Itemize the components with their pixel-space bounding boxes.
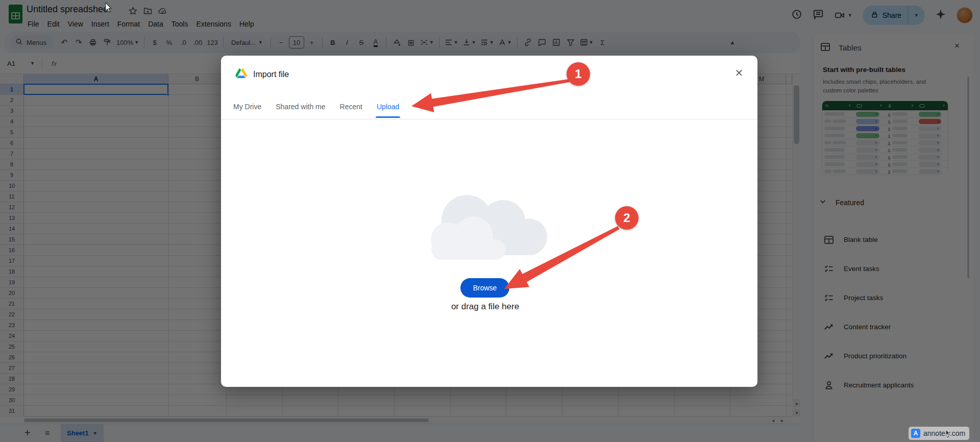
scroll-right-arrow[interactable]: ►: [778, 418, 786, 423]
horizontal-scrollbar-thumb[interactable]: [24, 419, 429, 422]
menu-data[interactable]: Data: [144, 19, 167, 29]
font-family-select[interactable]: Defaul...▼: [227, 35, 267, 50]
gemini-sparkle-icon[interactable]: [935, 9, 946, 22]
row-header-5[interactable]: 5: [0, 127, 24, 138]
comment-history-icon[interactable]: [813, 9, 824, 22]
sidebar-scrollbar[interactable]: [967, 77, 969, 278]
sidebar-item-recruitment-applicants[interactable]: Recruitment applicants: [813, 371, 973, 400]
row-header-27[interactable]: 27: [0, 363, 24, 374]
insert-link-button[interactable]: [521, 35, 534, 50]
version-history-icon[interactable]: [791, 9, 802, 22]
fill-color-button[interactable]: [390, 35, 403, 50]
horizontal-align-button[interactable]: ▼: [443, 35, 460, 50]
menu-view[interactable]: View: [64, 19, 87, 29]
row-header-14[interactable]: 14: [0, 224, 24, 234]
row-header-4[interactable]: 4: [0, 116, 24, 127]
horizontal-scrollbar[interactable]: ◄ ►: [24, 416, 792, 424]
row-header-21[interactable]: 21: [0, 299, 24, 309]
move-folder-icon[interactable]: [143, 7, 152, 17]
add-sheet-button[interactable]: +: [24, 427, 31, 439]
row-header-22[interactable]: 22: [0, 309, 24, 320]
row-header-10[interactable]: 10: [0, 181, 24, 191]
chevron-down-icon[interactable]: ▼: [848, 13, 852, 18]
row-header-24[interactable]: 24: [0, 331, 24, 341]
meet-camera-icon[interactable]: ▼: [834, 10, 852, 20]
featured-section-header[interactable]: Featured: [819, 198, 864, 207]
fill-handle[interactable]: [166, 93, 169, 96]
strikethrough-button[interactable]: S: [355, 35, 368, 50]
insert-chart-button[interactable]: [550, 35, 563, 50]
vertical-align-button[interactable]: ▼: [461, 35, 478, 50]
column-header-B[interactable]: B: [168, 74, 226, 84]
menu-edit[interactable]: Edit: [43, 19, 64, 29]
text-color-button[interactable]: A: [369, 35, 382, 50]
sidebar-item-content-tracker[interactable]: Content tracker: [813, 312, 973, 341]
text-rotation-button[interactable]: ▼: [497, 35, 513, 50]
row-header-9[interactable]: 9: [0, 170, 24, 181]
scroll-up-arrow[interactable]: ▲: [794, 400, 800, 407]
table-views-button[interactable]: ▼: [578, 35, 595, 50]
decrease-decimals-button[interactable]: .0: [177, 35, 190, 50]
merge-cells-button[interactable]: ▼: [419, 35, 435, 50]
sidebar-item-blank-table[interactable]: Blank table: [813, 225, 973, 254]
tab-shared-with-me[interactable]: Shared with me: [268, 97, 332, 118]
row-header-20[interactable]: 20: [0, 288, 24, 299]
menu-file[interactable]: File: [23, 19, 43, 29]
menu-tools[interactable]: Tools: [167, 19, 192, 29]
row-header-13[interactable]: 13: [0, 213, 24, 224]
close-icon[interactable]: ×: [954, 41, 960, 51]
collapse-toolbar-button[interactable]: ▲: [726, 36, 739, 49]
print-button[interactable]: [86, 35, 100, 50]
row-header-1[interactable]: 1: [0, 84, 24, 95]
row-header-7[interactable]: 7: [0, 149, 24, 159]
row-header-31[interactable]: 31: [0, 406, 24, 416]
tab-upload[interactable]: Upload: [370, 97, 406, 118]
row-headers[interactable]: 1234567891011121314151617181920212223242…: [0, 84, 24, 416]
borders-button[interactable]: ⊞: [404, 35, 418, 50]
name-box[interactable]: A1 ▼: [0, 60, 39, 67]
row-header-23[interactable]: 23: [0, 320, 24, 331]
row-header-6[interactable]: 6: [0, 138, 24, 149]
browse-button[interactable]: Browse: [460, 278, 509, 298]
column-header-partial[interactable]: [786, 74, 792, 84]
format-percent-button[interactable]: %: [162, 35, 176, 50]
undo-button[interactable]: ↶: [58, 35, 71, 50]
document-title[interactable]: Untitled spreadsheet: [27, 4, 111, 15]
increase-decimals-button[interactable]: .00: [191, 35, 204, 50]
sidebar-item-project-tasks[interactable]: Project tasks: [813, 283, 973, 312]
sidebar-item-event-tasks[interactable]: Event tasks: [813, 254, 973, 283]
pre-built-table-preview[interactable]: Tt▼▼▼▼ ▼▼▼▼▼▼▼▼▼▼▼▼▼▼▼▼▼▼: [822, 101, 948, 175]
row-header-30[interactable]: 30: [0, 395, 24, 406]
format-currency-button[interactable]: $: [148, 35, 161, 50]
star-icon[interactable]: [129, 7, 137, 17]
zoom-select[interactable]: 100%▼: [115, 35, 140, 50]
row-header-25[interactable]: 25: [0, 341, 24, 352]
sheet-tab[interactable]: Sheet1 ▼: [61, 424, 104, 442]
row-header-26[interactable]: 26: [0, 352, 24, 363]
menu-format[interactable]: Format: [113, 19, 144, 29]
row-header-29[interactable]: 29: [0, 384, 24, 395]
increase-font-size-button[interactable]: +: [305, 35, 318, 50]
font-size-input[interactable]: 10: [289, 36, 304, 48]
italic-button[interactable]: I: [340, 35, 354, 50]
sheets-logo-icon[interactable]: [9, 5, 22, 26]
row-header-15[interactable]: 15: [0, 234, 24, 245]
menus-search[interactable]: Menus: [10, 35, 54, 50]
row-header-3[interactable]: 3: [0, 106, 24, 116]
text-wrap-button[interactable]: ▼: [479, 35, 496, 50]
all-sheets-button[interactable]: ≡: [45, 429, 50, 438]
close-icon[interactable]: ✕: [733, 67, 745, 79]
row-header-11[interactable]: 11: [0, 191, 24, 202]
row-header-28[interactable]: 28: [0, 374, 24, 384]
vertical-scrollbar-thumb[interactable]: [794, 85, 799, 144]
column-header-A[interactable]: A: [24, 74, 168, 84]
sidebar-item-product-prioritization[interactable]: Product prioritization: [813, 341, 973, 371]
share-button[interactable]: Share ▼: [863, 6, 925, 25]
select-all-corner[interactable]: [0, 74, 24, 84]
decrease-font-size-button[interactable]: −: [275, 35, 288, 50]
vertical-scrollbar[interactable]: ▲ ▼: [792, 74, 800, 416]
row-header-17[interactable]: 17: [0, 256, 24, 266]
functions-button[interactable]: Σ: [596, 35, 609, 50]
bold-button[interactable]: B: [326, 35, 339, 50]
scroll-left-arrow[interactable]: ◄: [769, 418, 777, 423]
